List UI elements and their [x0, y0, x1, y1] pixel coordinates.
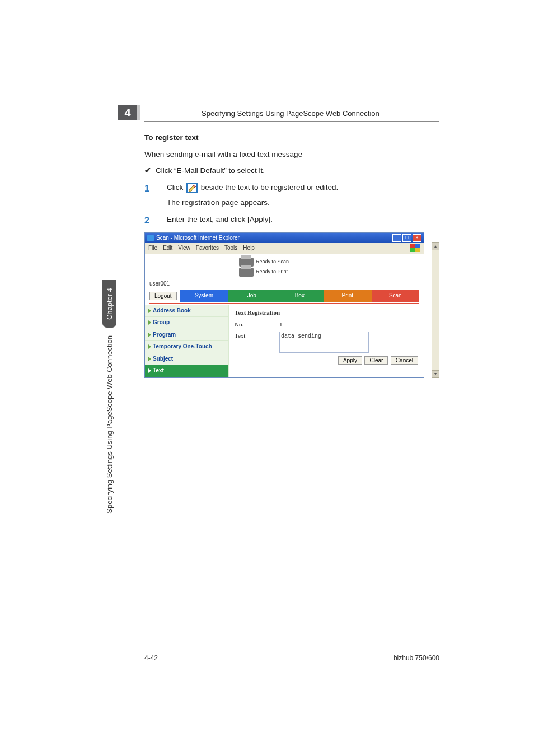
nav-text[interactable]: Text	[145, 365, 228, 377]
side-tab: Chapter 4 Specifying Settings Using Page…	[101, 280, 118, 560]
menu-edit[interactable]: Edit	[163, 244, 172, 253]
text-label: Text	[235, 332, 279, 353]
right-pane: Text Registration No. 1 Text Apply Clear	[229, 305, 424, 377]
step-row: 1 Click beside the text to be registered…	[144, 182, 439, 208]
tab-scan[interactable]: Scan	[372, 290, 419, 302]
no-label: No.	[235, 320, 279, 329]
chapter-number-shadow	[137, 105, 140, 120]
clear-button[interactable]: Clear	[364, 356, 388, 365]
browser-body: Ready to Scan Ready to Print user001 Log…	[145, 254, 424, 377]
menu-view[interactable]: View	[178, 244, 190, 253]
step-body: Enter the text, and click [Apply].	[167, 214, 439, 225]
ie-icon	[147, 235, 154, 241]
nav-group[interactable]: Group	[145, 317, 228, 329]
screenshot: Scan - Microsoft Internet Explorer _ □ ×…	[144, 232, 439, 378]
edit-icon	[186, 183, 198, 193]
apply-button[interactable]: Apply	[338, 356, 362, 365]
header-rule	[144, 121, 439, 122]
user-label: user001	[149, 280, 419, 288]
menu-help[interactable]: Help	[243, 244, 255, 253]
content-area: To register text When sending e-mail wit…	[144, 132, 439, 378]
menubar: File Edit View Favorites Tools Help	[145, 243, 424, 254]
logout-button[interactable]: Logout	[149, 292, 177, 300]
scroll-down-button[interactable]: ▾	[432, 370, 439, 378]
step1-sub: The registration page appears.	[167, 197, 439, 208]
nav-address-book[interactable]: Address Book	[145, 305, 228, 318]
no-value: 1	[279, 320, 283, 329]
menu-file[interactable]: File	[148, 244, 157, 253]
nav-subject[interactable]: Subject	[145, 353, 228, 366]
window-titlebar: Scan - Microsoft Internet Explorer _ □ ×	[145, 233, 424, 243]
status-scan: Ready to Scan	[256, 258, 289, 265]
printer-icon	[239, 268, 254, 277]
window-title: Scan - Microsoft Internet Explorer	[156, 234, 240, 242]
text-input[interactable]	[279, 332, 369, 353]
maximize-button[interactable]: □	[402, 234, 411, 242]
menu-tools[interactable]: Tools	[224, 244, 237, 253]
scroll-up-button[interactable]: ▴	[432, 242, 439, 250]
checklist-item: Click “E-Mail Default” to select it.	[144, 165, 439, 176]
menu-favorites[interactable]: Favorites	[196, 244, 219, 253]
tab-box[interactable]: Box	[276, 290, 324, 302]
windows-flag-icon	[410, 244, 420, 252]
nav-temporary-one-touch[interactable]: Temporary One-Touch	[145, 341, 228, 353]
cancel-button[interactable]: Cancel	[391, 356, 418, 365]
step1-pre: Click	[167, 183, 185, 192]
scrollbar[interactable]: ▴ ▾	[432, 242, 439, 378]
minimize-button[interactable]: _	[392, 234, 401, 242]
tab-print[interactable]: Print	[324, 290, 371, 302]
step-row: 2 Enter the text, and click [Apply].	[144, 214, 439, 227]
footer-rule	[144, 652, 439, 652]
tab-system[interactable]: System	[180, 290, 228, 302]
nav-program[interactable]: Program	[145, 329, 228, 342]
step-number: 1	[144, 182, 167, 195]
chapter-number-badge: 4	[118, 105, 137, 120]
intro-text: When sending e-mail with a fixed text me…	[144, 149, 439, 160]
side-long-label: Specifying Settings Using PageScope Web …	[102, 328, 116, 521]
close-button[interactable]: ×	[413, 234, 421, 242]
page-header-title: Specifying Settings Using PageScope Web …	[202, 109, 380, 118]
footer-page-number: 4-42	[144, 654, 158, 662]
sub-heading: To register text	[144, 132, 439, 143]
left-nav: Address Book Group Program Temporary One…	[145, 305, 229, 377]
tab-job[interactable]: Job	[228, 290, 275, 302]
step-number: 2	[144, 214, 167, 227]
tab-underline	[149, 303, 419, 304]
footer-model: bizhub 750/600	[394, 654, 439, 662]
panel-title: Text Registration	[235, 309, 418, 318]
step-body: Click beside the text to be registered o…	[167, 182, 439, 208]
step1-post: beside the text to be registered or edit…	[201, 183, 338, 192]
status-print: Ready to Print	[256, 268, 288, 276]
side-chapter-label: Chapter 4	[102, 280, 116, 328]
